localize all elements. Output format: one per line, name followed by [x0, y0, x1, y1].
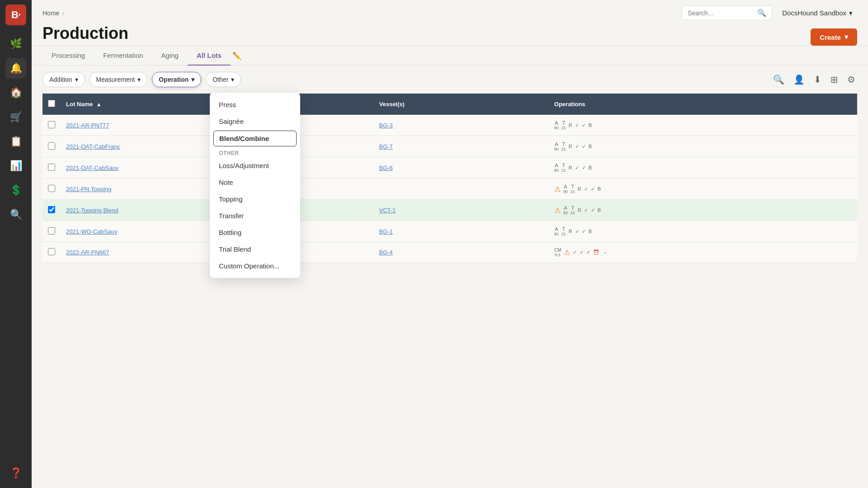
sidebar-item-dollar[interactable]: 💲	[5, 180, 26, 201]
analysis-icon[interactable]: A90	[554, 120, 559, 130]
transfer-icon[interactable]: T21	[561, 141, 566, 151]
blend-icon[interactable]: B	[598, 186, 601, 192]
check2-icon[interactable]: ✓	[582, 144, 586, 150]
cm-icon[interactable]: CM0.5	[554, 248, 561, 257]
download-icon[interactable]: ⬇	[812, 72, 823, 87]
rack-icon[interactable]: R	[569, 122, 572, 128]
vessel-link[interactable]: BG-6	[379, 164, 392, 171]
check2-icon[interactable]: ✓	[591, 207, 595, 213]
dropdown-custom-operation[interactable]: Custom Operation...	[210, 258, 300, 274]
blend-icon[interactable]: B	[589, 165, 592, 170]
dropdown-note[interactable]: Note	[210, 174, 300, 191]
row-checkbox[interactable]	[48, 227, 55, 235]
sidebar-item-leaf[interactable]: 🌿	[5, 33, 26, 54]
row-checkbox[interactable]	[48, 248, 55, 255]
check1-icon[interactable]: ✓	[584, 186, 588, 192]
dropdown-transfer[interactable]: Transfer	[210, 207, 300, 224]
filter-operation[interactable]: Operation ▾	[152, 72, 201, 87]
vessel-link[interactable]: BG-3	[379, 122, 392, 129]
create-button[interactable]: Create ▾	[811, 28, 857, 46]
workspace-selector[interactable]: DocsHound Sandbox ▾	[778, 6, 857, 20]
transfer-icon[interactable]: T21	[561, 163, 566, 173]
filter-addition[interactable]: Addition ▾	[42, 72, 85, 87]
check2-icon[interactable]: ✓	[582, 165, 586, 171]
breadcrumb-home[interactable]: Home	[42, 9, 59, 17]
blend-icon[interactable]: B	[598, 207, 601, 213]
dropdown-loss-adjustment[interactable]: Loss/Adjustment	[210, 157, 300, 174]
lot-link[interactable]: 2021-OAT-CabFranc	[66, 143, 120, 150]
row-checkbox[interactable]	[48, 121, 55, 128]
blend-icon[interactable]: B	[589, 229, 592, 234]
check1-icon[interactable]: ✓	[573, 249, 577, 255]
sidebar-item-help[interactable]: ❓	[5, 463, 26, 483]
analysis-icon[interactable]: A90	[554, 141, 559, 151]
analysis-icon[interactable]: A90	[554, 226, 559, 236]
rack-icon[interactable]: R	[569, 144, 572, 149]
check1-icon[interactable]: ✓	[584, 207, 588, 213]
check2-icon[interactable]: ✓	[582, 229, 586, 235]
person-filter-icon[interactable]: 👤	[792, 72, 807, 87]
arrow-icon[interactable]: →	[602, 250, 607, 255]
tab-aging[interactable]: Aging	[152, 46, 188, 66]
analysis-icon[interactable]: A90	[563, 184, 568, 194]
lot-link[interactable]: 2021-Topping Blend	[66, 207, 118, 214]
blend-icon[interactable]: B	[589, 144, 592, 149]
vessel-link[interactable]: VCT-1	[379, 207, 396, 214]
tab-fermentation[interactable]: Fermentation	[94, 46, 152, 66]
dropdown-trial-blend[interactable]: Trial Blend	[210, 241, 300, 258]
vessel-link[interactable]: BG-1	[379, 228, 392, 235]
transfer-icon[interactable]: T21	[561, 226, 566, 236]
check1-icon[interactable]: ✓	[575, 229, 579, 235]
settings-icon[interactable]: ⚙	[845, 72, 857, 87]
sidebar-item-clipboard[interactable]: 📋	[5, 131, 26, 152]
dropdown-saignee[interactable]: Saignée	[210, 113, 300, 130]
check3-icon[interactable]: ✓	[586, 249, 590, 255]
app-logo[interactable]: B·	[5, 5, 26, 25]
transfer-icon[interactable]: T21	[561, 120, 566, 130]
search-box[interactable]: 🔍	[682, 5, 772, 20]
select-all-checkbox[interactable]	[48, 100, 55, 107]
vessel-link[interactable]: BG-7	[379, 143, 392, 150]
lot-link[interactable]: 2021-AR-PN777	[66, 122, 109, 129]
lot-link[interactable]: 2021-OAT-CabSauv	[66, 164, 118, 171]
grid-icon[interactable]: ⊞	[829, 72, 840, 87]
search-input[interactable]	[688, 9, 754, 17]
check2-icon[interactable]: ✓	[582, 122, 586, 128]
lot-link[interactable]: 2021-PN Topping	[66, 186, 111, 192]
lot-link[interactable]: 2021-WO-CabSauv	[66, 228, 117, 235]
rack-icon[interactable]: R	[578, 186, 581, 192]
lot-link[interactable]: 2022-AR-PN667	[66, 249, 109, 256]
rack-icon[interactable]: R	[569, 229, 572, 234]
filter-measurement[interactable]: Measurement ▾	[90, 72, 148, 87]
filter-other[interactable]: Other ▾	[206, 72, 241, 87]
check1-icon[interactable]: ✓	[575, 144, 579, 150]
row-checkbox[interactable]	[48, 206, 55, 213]
vessel-link[interactable]: BG-4	[379, 249, 392, 256]
tab-processing[interactable]: Processing	[42, 46, 94, 66]
sidebar-item-report[interactable]: 📊	[5, 155, 26, 176]
sidebar-item-cart[interactable]: 🛒	[5, 107, 26, 127]
tab-all-lots[interactable]: All Lots	[188, 46, 231, 66]
clock-icon[interactable]: ⏰	[593, 249, 599, 255]
dropdown-blend-combine[interactable]: Blend/Combine	[213, 131, 297, 146]
sidebar-item-home[interactable]: 🏠	[5, 82, 26, 103]
row-checkbox[interactable]	[48, 142, 55, 150]
check2-icon[interactable]: ✓	[580, 249, 584, 255]
analysis-icon[interactable]: A90	[563, 205, 568, 215]
transfer-icon[interactable]: T21	[571, 184, 575, 194]
sidebar-item-bell[interactable]: 🔔	[5, 58, 26, 79]
row-checkbox[interactable]	[48, 164, 55, 171]
row-checkbox[interactable]	[48, 185, 55, 192]
dropdown-press[interactable]: Press	[210, 96, 300, 113]
transfer-icon[interactable]: T21	[571, 205, 575, 215]
check2-icon[interactable]: ✓	[591, 186, 595, 192]
blend-icon[interactable]: B	[589, 122, 592, 128]
dropdown-topping[interactable]: Topping	[210, 191, 300, 207]
analysis-icon[interactable]: A90	[554, 163, 559, 173]
dropdown-bottling[interactable]: Bottling	[210, 224, 300, 241]
sidebar-item-search[interactable]: 🔍	[5, 204, 26, 225]
search-filter-icon[interactable]: 🔍	[771, 72, 786, 87]
check1-icon[interactable]: ✓	[575, 122, 579, 128]
rack-icon[interactable]: R	[578, 207, 581, 213]
check1-icon[interactable]: ✓	[575, 165, 579, 171]
